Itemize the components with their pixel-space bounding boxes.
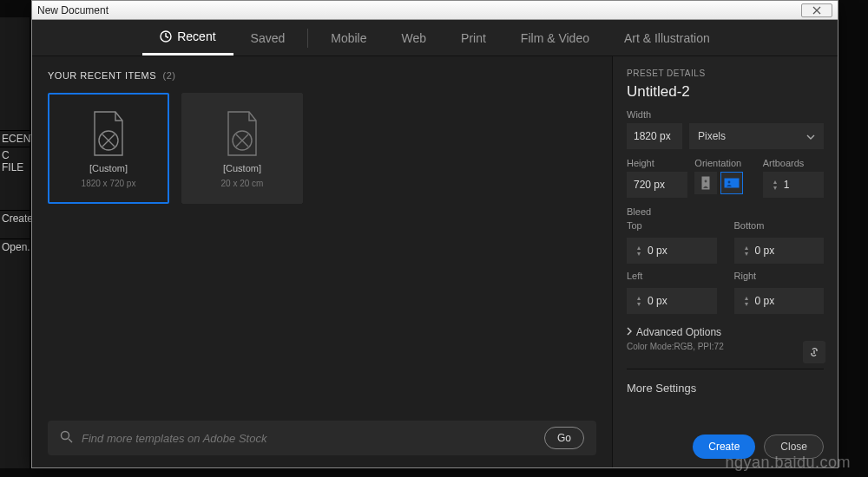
orientation-label: Orientation	[694, 158, 755, 168]
bleed-left-label: Left	[627, 271, 717, 281]
document-name[interactable]: Untitled-2	[627, 83, 824, 101]
bleed-bottom-label: Bottom	[734, 220, 825, 231]
go-button[interactable]: Go	[544, 427, 584, 449]
more-settings-button[interactable]: More Settings	[627, 369, 824, 395]
units-dropdown[interactable]: Pixels	[689, 123, 824, 149]
chevron-down-icon	[806, 130, 815, 142]
recent-items-heading: YOUR RECENT ITEMS (2)	[48, 70, 596, 81]
chevron-right-icon	[627, 326, 632, 338]
category-tabs: Recent Saved Mobile Web Print Film & Vid…	[32, 20, 838, 56]
height-label: Height	[627, 158, 687, 168]
stock-search: Go	[48, 421, 596, 455]
stepper-icon[interactable]: ▴▾	[741, 296, 752, 307]
create-button[interactable]: Create	[693, 435, 755, 459]
bleed-right-input[interactable]: ▴▾ 0 px	[734, 288, 825, 314]
stepper-icon[interactable]: ▴▾	[634, 245, 644, 257]
preset-details-label: PRESET DETAILS	[627, 69, 824, 78]
tab-print[interactable]: Print	[444, 20, 503, 56]
tab-film-video[interactable]: Film & Video	[503, 20, 607, 56]
bleed-top-input[interactable]: ▴▾ 0 px	[627, 238, 717, 264]
dialog-titlebar: New Document	[32, 1, 838, 20]
search-icon	[60, 430, 73, 447]
preset-card-subtitle: 20 x 20 cm	[221, 179, 264, 188]
preset-details-panel: PRESET DETAILS Untitled-2 Width 1820 px …	[612, 56, 838, 467]
tab-recent[interactable]: Recent	[142, 20, 233, 56]
orientation-portrait[interactable]	[694, 172, 717, 194]
document-icon	[88, 109, 129, 158]
svg-point-5	[705, 180, 707, 183]
bleed-label: Bleed	[627, 206, 824, 217]
svg-point-7	[728, 181, 731, 184]
artboards-input[interactable]: ▴▾ 1	[763, 172, 824, 198]
tab-art-illustration[interactable]: Art & Illustration	[607, 20, 727, 56]
bleed-left-input[interactable]: ▴▾ 0 px	[627, 288, 717, 314]
bleed-bottom-input[interactable]: ▴▾ 0 px	[734, 238, 825, 264]
tab-saved[interactable]: Saved	[233, 20, 303, 56]
orientation-landscape[interactable]	[720, 172, 743, 194]
close-button[interactable]: Close	[764, 435, 824, 459]
width-input[interactable]: 1820 px	[627, 123, 682, 149]
recent-items-panel: YOUR RECENT ITEMS (2) [Custom] 1820 x 72…	[32, 56, 612, 467]
tab-separator	[307, 29, 308, 48]
stepper-icon[interactable]: ▴▾	[741, 245, 752, 257]
background-app-sidebar: ECENT C FILE Create Open.	[0, 17, 30, 468]
bleed-top-label: Top	[627, 220, 717, 231]
preset-card[interactable]: [Custom] 1820 x 720 px	[48, 93, 169, 204]
stepper-icon[interactable]: ▴▾	[770, 180, 780, 191]
advanced-options-toggle[interactable]: Advanced Options	[627, 326, 824, 338]
tab-mobile[interactable]: Mobile	[313, 20, 384, 56]
clock-icon	[160, 30, 172, 42]
stock-search-input[interactable]	[82, 432, 536, 445]
preset-card-subtitle: 1820 x 720 px	[82, 179, 136, 188]
preset-card-title: [Custom]	[223, 163, 261, 173]
document-icon	[221, 109, 263, 158]
tab-web[interactable]: Web	[385, 20, 444, 56]
link-icon[interactable]	[803, 341, 825, 363]
height-input[interactable]: 720 px	[627, 172, 687, 198]
width-label: Width	[627, 109, 824, 120]
preset-card[interactable]: [Custom] 20 x 20 cm	[181, 93, 303, 204]
artboards-label: Artboards	[763, 158, 824, 168]
svg-rect-6	[725, 179, 739, 187]
color-mode-text: Color Mode:RGB, PPI:72	[627, 342, 824, 351]
new-document-dialog: New Document Recent Saved Mobile Web Pri…	[31, 0, 838, 468]
preset-card-title: [Custom]	[89, 163, 128, 173]
bleed-right-label: Right	[734, 271, 825, 281]
dialog-title: New Document	[37, 4, 108, 16]
stepper-icon[interactable]: ▴▾	[634, 296, 644, 307]
close-icon[interactable]	[801, 3, 832, 17]
svg-point-3	[62, 431, 69, 439]
